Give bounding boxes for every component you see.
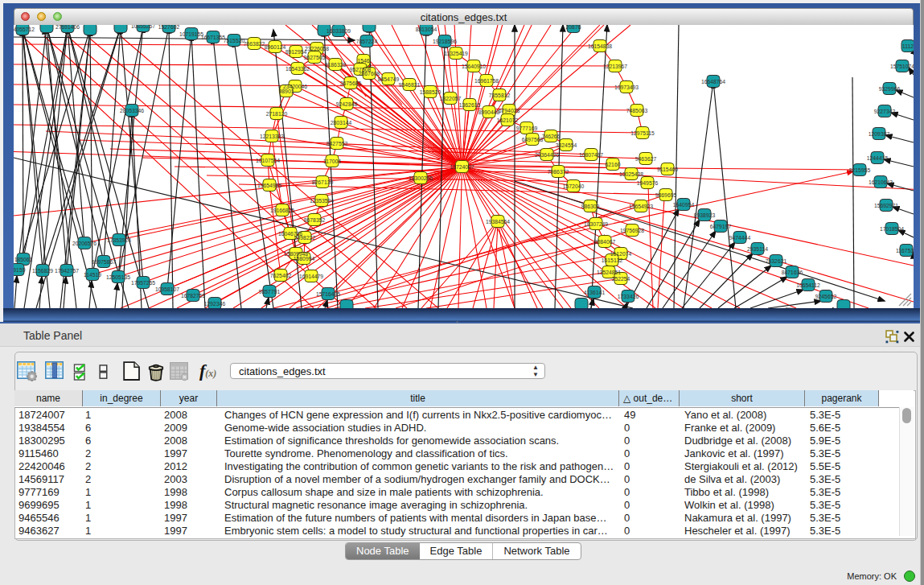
svg-text:19384554: 19384554 (486, 219, 510, 225)
svg-text:2867608: 2867608 (359, 71, 380, 76)
svg-text:8186328: 8186328 (325, 62, 347, 68)
svg-text:1733426: 1733426 (618, 294, 639, 299)
svg-text:19654985: 19654985 (257, 183, 281, 188)
svg-text:12213967: 12213967 (603, 64, 627, 69)
svg-text:1621072: 1621072 (497, 117, 519, 123)
svg-text:7632621: 7632621 (766, 258, 787, 264)
svg-text:1167534: 1167534 (896, 248, 914, 253)
svg-text:16033809: 16033809 (326, 28, 351, 34)
svg-text:9627505: 9627505 (304, 55, 326, 60)
svg-text:12505135: 12505135 (106, 274, 130, 280)
svg-text:7855812: 7855812 (489, 93, 511, 98)
svg-text:8813054: 8813054 (416, 27, 437, 32)
svg-text:9869695: 9869695 (655, 192, 677, 198)
svg-text:10025438: 10025438 (619, 171, 643, 177)
svg-text:19654923: 19654923 (629, 204, 653, 209)
svg-text:252254: 252254 (612, 276, 630, 282)
svg-text:1822057: 1822057 (440, 96, 462, 101)
svg-text:18300295: 18300295 (409, 175, 433, 181)
svg-text:117004: 117004 (323, 159, 341, 164)
svg-text:9777169: 9777169 (516, 126, 538, 131)
svg-text:8960124: 8960124 (265, 44, 286, 50)
svg-text:11325419: 11325419 (444, 51, 468, 56)
svg-text:19218596: 19218596 (433, 39, 457, 44)
svg-text:5498222: 5498222 (294, 235, 316, 241)
svg-text:7663822: 7663822 (244, 41, 265, 47)
svg-text:15640910: 15640910 (462, 64, 486, 69)
svg-text:10807487: 10807487 (579, 152, 603, 158)
svg-text:18724007: 18724007 (450, 164, 474, 170)
svg-text:16782759: 16782759 (181, 293, 205, 299)
svg-text:8938923: 8938923 (694, 212, 716, 218)
svg-text:1362615: 1362615 (459, 102, 481, 108)
svg-text:20876: 20876 (566, 25, 581, 30)
svg-text:1572040: 1572040 (563, 183, 585, 189)
svg-text:12213383: 12213383 (260, 134, 284, 139)
svg-text:1546: 1546 (357, 58, 369, 64)
svg-text:16543362: 16543362 (285, 66, 310, 72)
svg-text:15692971: 15692971 (874, 203, 898, 208)
svg-text:9227342: 9227342 (874, 109, 896, 114)
svg-text:3084067: 3084067 (594, 239, 616, 245)
svg-text:20364436: 20364436 (535, 152, 559, 158)
svg-text:9245652: 9245652 (815, 294, 837, 299)
svg-text:16961758: 16961758 (474, 78, 499, 84)
svg-text:15751074: 15751074 (890, 64, 914, 69)
svg-text:7485063: 7485063 (626, 108, 648, 113)
svg-text:20206576: 20206576 (72, 241, 97, 246)
svg-text:2803144: 2803144 (331, 120, 352, 126)
svg-text:1612074: 1612074 (610, 251, 632, 257)
svg-text:7986372: 7986372 (548, 169, 569, 175)
svg-text:6479197: 6479197 (710, 224, 732, 229)
svg-text:12975115: 12975115 (630, 130, 655, 136)
svg-text:18307249: 18307249 (584, 221, 608, 227)
svg-text:1156829: 1156829 (32, 268, 53, 274)
svg-text:8471636: 8471636 (782, 270, 803, 275)
svg-text:3675685: 3675685 (340, 80, 362, 86)
svg-text:1615132: 1615132 (602, 257, 623, 263)
svg-text:10719155: 10719155 (179, 31, 203, 37)
svg-text:1949576: 1949576 (637, 180, 659, 186)
svg-text:9115460: 9115460 (657, 167, 678, 172)
svg-text:8454749: 8454749 (378, 76, 400, 82)
svg-text:1209387: 1209387 (869, 131, 890, 137)
svg-text:13524851: 13524851 (597, 270, 621, 275)
svg-text:10654112: 10654112 (796, 282, 820, 288)
svg-text:98901: 98901 (279, 89, 294, 94)
svg-text:9474444: 9474444 (729, 235, 751, 241)
svg-text:8427552: 8427552 (326, 141, 348, 146)
svg-text:886309: 886309 (581, 204, 600, 209)
svg-text:1244415: 1244415 (867, 155, 889, 161)
svg-text:14055712: 14055712 (14, 27, 35, 32)
svg-text:7857224: 7857224 (356, 39, 378, 44)
svg-text:3824554: 3824554 (556, 142, 577, 148)
svg-text:16210643: 16210643 (869, 179, 893, 185)
svg-text:10855257: 10855257 (131, 25, 155, 29)
svg-text:9329966: 9329966 (879, 86, 901, 92)
svg-text:1580994: 1580994 (294, 256, 315, 262)
svg-text:16914479: 16914479 (299, 274, 323, 279)
svg-text:7515520: 7515520 (224, 38, 245, 43)
svg-text:185061: 185061 (14, 257, 33, 262)
svg-text:9242848: 9242848 (336, 101, 358, 107)
svg-text:16671355: 16671355 (201, 35, 225, 40)
svg-text:28053346: 28053346 (120, 108, 144, 113)
svg-text:1112: 1112 (902, 43, 914, 49)
svg-text:10973493: 10973493 (614, 84, 639, 90)
svg-text:19166825: 19166825 (270, 208, 294, 213)
svg-text:8990448: 8990448 (478, 109, 500, 115)
svg-text:17957255: 17957255 (131, 280, 155, 286)
svg-text:9546821: 9546821 (399, 82, 421, 88)
svg-text:8678352: 8678352 (304, 217, 326, 223)
svg-text:1588520: 1588520 (420, 89, 441, 95)
svg-text:1640954: 1640954 (673, 202, 695, 208)
svg-text:17942757: 17942757 (55, 268, 79, 274)
svg-text:16154838: 16154838 (588, 43, 612, 49)
svg-text:16648764: 16648764 (701, 79, 725, 84)
svg-text:9857791: 9857791 (259, 289, 281, 295)
svg-text:17018504: 17018504 (880, 226, 904, 232)
svg-text:8912954: 8912954 (285, 49, 307, 55)
svg-text:15716485: 15716485 (316, 291, 340, 297)
svg-text:2718120: 2718120 (266, 111, 288, 117)
svg-text:99975867: 99975867 (92, 259, 116, 265)
